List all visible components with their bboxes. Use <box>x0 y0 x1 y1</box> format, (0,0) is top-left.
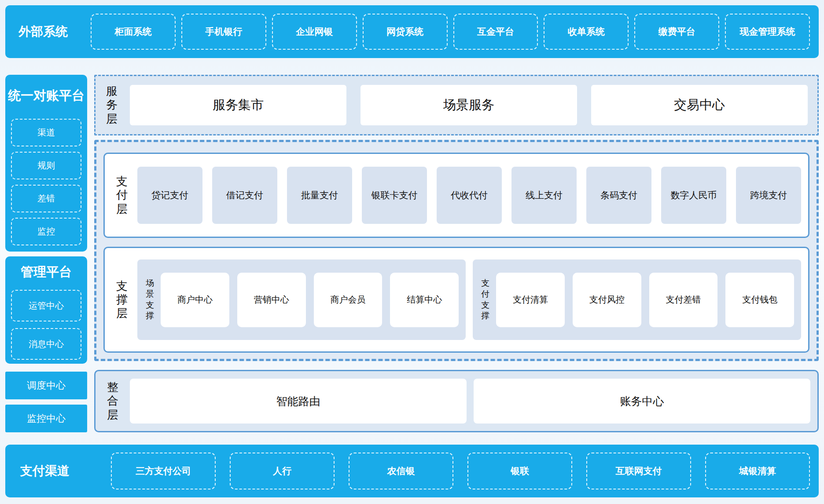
monitor-center-block: 监控中心 <box>5 405 87 432</box>
external-systems-items: 柜面系统 手机银行 企业网银 网贷系统 互金平台 收单系统 缴费平台 现金管理系… <box>91 14 810 50</box>
service-item: 服务集市 <box>130 85 346 125</box>
integration-item: 智能路由 <box>130 379 467 424</box>
support-item: 商户会员 <box>314 273 383 327</box>
payment-channel-item: 三方支付公司 <box>111 453 216 489</box>
payment-layer-label: 支付层 <box>115 175 129 216</box>
support-item: 支付清算 <box>496 273 565 327</box>
external-system-item: 手机银行 <box>181 14 266 50</box>
payment-support-label: 支付支撑 <box>481 278 490 321</box>
payment-item: 银联卡支付 <box>362 167 427 224</box>
payment-channels-label: 支付渠道 <box>20 463 73 479</box>
external-system-item: 现金管理系统 <box>725 14 810 50</box>
service-item: 场景服务 <box>360 85 577 125</box>
external-system-item: 收单系统 <box>544 14 629 50</box>
integration-layer: 整合层 智能路由 账务中心 <box>94 370 819 432</box>
service-layer-items: 服务集市 场景服务 交易中心 <box>130 85 808 125</box>
payment-channels-items: 三方支付公司 人行 农信银 银联 互联网支付 城银清算 <box>111 453 810 489</box>
external-systems-label: 外部系统 <box>18 23 71 40</box>
recon-platform-panel: 统一对账平台 渠道 规则 差错 监控 <box>5 75 87 252</box>
left-sidebar: 统一对账平台 渠道 规则 差错 监控 管理平台 运管中心 消息中心 调度中心 监… <box>5 75 87 432</box>
recon-platform-title: 统一对账平台 <box>5 87 87 105</box>
service-item: 交易中心 <box>591 85 808 125</box>
diagram-body: 统一对账平台 渠道 规则 差错 监控 管理平台 运管中心 消息中心 调度中心 监… <box>5 75 819 432</box>
external-system-item: 企业网银 <box>272 14 357 50</box>
service-layer: 服务层 服务集市 场景服务 交易中心 <box>94 75 819 135</box>
payment-layer-items: 贷记支付 借记支付 批量支付 银联卡支付 代收代付 线上支付 条码支付 数字人民… <box>137 167 801 224</box>
support-item: 支付差错 <box>649 273 718 327</box>
payment-item: 线上支付 <box>511 167 577 224</box>
integration-item: 账务中心 <box>474 379 810 424</box>
recon-item: 规则 <box>11 152 81 179</box>
payment-item: 数字人民币 <box>661 167 726 224</box>
support-item: 商户中心 <box>161 273 229 327</box>
payment-channel-item: 城银清算 <box>705 453 810 489</box>
external-system-item: 互金平台 <box>453 14 538 50</box>
recon-item: 监控 <box>11 218 81 245</box>
external-system-item: 网贷系统 <box>363 14 448 50</box>
scene-support-group: 场景支撑 商户中心 营销中心 商户会员 结算中心 <box>137 259 466 340</box>
support-item: 支付钱包 <box>725 273 794 327</box>
dispatch-center-block: 调度中心 <box>5 372 87 399</box>
payment-channel-item: 银联 <box>467 453 572 489</box>
payment-item: 条码支付 <box>586 167 651 224</box>
support-item: 支付风控 <box>573 273 641 327</box>
service-layer-label: 服务层 <box>105 84 118 126</box>
support-item: 结算中心 <box>390 273 459 327</box>
payment-support-items: 支付清算 支付风控 支付差错 支付钱包 <box>496 273 794 327</box>
payment-item: 跨境支付 <box>736 167 801 224</box>
recon-item: 渠道 <box>11 119 81 146</box>
external-systems-bar: 外部系统 柜面系统 手机银行 企业网银 网贷系统 互金平台 收单系统 缴费平台 … <box>5 5 819 58</box>
core-layers-wrap: 支付层 贷记支付 借记支付 批量支付 银联卡支付 代收代付 线上支付 条码支付 … <box>94 140 819 361</box>
scene-support-label: 场景支撑 <box>145 278 154 321</box>
layers-column: 服务层 服务集市 场景服务 交易中心 支付层 贷记支付 借记支付 批量支付 银联… <box>94 75 819 432</box>
payment-channel-item: 农信银 <box>349 453 453 489</box>
mgmt-platform-title: 管理平台 <box>5 263 87 281</box>
support-layer: 支撑层 场景支撑 商户中心 营销中心 商户会员 结算中心 <box>103 247 809 353</box>
support-layer-groups: 场景支撑 商户中心 营销中心 商户会员 结算中心 支付支撑 支付清算 <box>137 259 801 340</box>
payment-channel-item: 互联网支付 <box>586 453 691 489</box>
payment-item: 贷记支付 <box>137 167 202 224</box>
support-item: 营销中心 <box>237 273 306 327</box>
support-layer-label: 支撑层 <box>115 279 129 321</box>
mgmt-platform-panel: 管理平台 运管中心 消息中心 <box>5 256 87 364</box>
payment-item: 代收代付 <box>437 167 502 224</box>
integration-layer-label: 整合层 <box>106 380 119 422</box>
payment-channel-item: 人行 <box>230 453 335 489</box>
recon-item: 差错 <box>11 185 81 212</box>
payment-item: 批量支付 <box>287 167 352 224</box>
external-system-item: 缴费平台 <box>634 14 719 50</box>
payment-item: 借记支付 <box>212 167 277 224</box>
payment-layer: 支付层 贷记支付 借记支付 批量支付 银联卡支付 代收代付 线上支付 条码支付 … <box>103 153 809 238</box>
scene-support-items: 商户中心 营销中心 商户会员 结算中心 <box>161 273 459 327</box>
mgmt-item: 消息中心 <box>11 328 81 360</box>
payment-support-group: 支付支撑 支付清算 支付风控 支付差错 支付钱包 <box>473 259 801 340</box>
payment-architecture-diagram: 外部系统 柜面系统 手机银行 企业网银 网贷系统 互金平台 收单系统 缴费平台 … <box>0 0 824 504</box>
external-system-item: 柜面系统 <box>91 14 176 50</box>
integration-layer-items: 智能路由 账务中心 <box>130 379 810 424</box>
mgmt-item: 运管中心 <box>11 290 81 321</box>
payment-channels-bar: 支付渠道 三方支付公司 人行 农信银 银联 互联网支付 城银清算 <box>5 445 819 497</box>
